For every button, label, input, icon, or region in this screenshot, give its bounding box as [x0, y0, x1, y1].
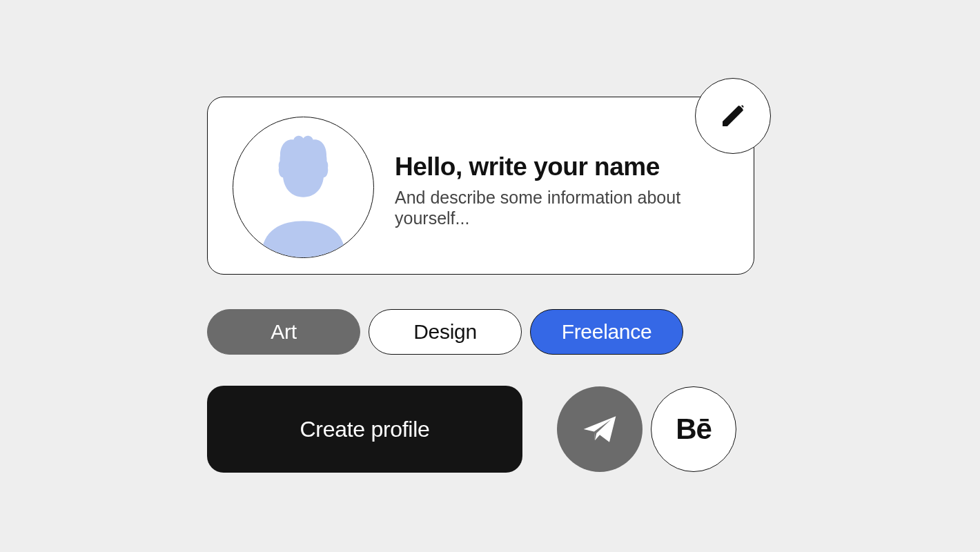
tag-art[interactable]: Art	[207, 309, 360, 355]
edit-button[interactable]	[695, 78, 771, 154]
behance-button[interactable]: Bē	[651, 386, 736, 472]
profile-description-prompt[interactable]: And describe some information about your…	[395, 187, 719, 228]
profile-text: Hello, write your name And describe some…	[395, 117, 729, 228]
profile-card: Hello, write your name And describe some…	[207, 97, 754, 275]
tag-row: Art Design Freelance	[207, 309, 773, 355]
avatar-placeholder[interactable]	[233, 117, 374, 258]
pencil-icon	[719, 102, 747, 130]
avatar-icon	[233, 117, 373, 257]
tag-freelance[interactable]: Freelance	[530, 309, 683, 355]
profile-name-prompt[interactable]: Hello, write your name	[395, 152, 729, 181]
behance-label: Bē	[676, 413, 712, 446]
tag-design[interactable]: Design	[369, 309, 522, 355]
tag-label: Art	[271, 320, 296, 344]
cta-label: Create profile	[300, 417, 430, 442]
tag-label: Design	[413, 320, 477, 344]
tag-label: Freelance	[562, 320, 652, 344]
telegram-button[interactable]	[557, 386, 643, 472]
create-profile-button[interactable]: Create profile	[207, 386, 522, 473]
social-links: Bē	[557, 386, 736, 472]
telegram-icon	[580, 410, 619, 448]
action-row: Create profile Bē	[207, 386, 773, 473]
profile-setup: Hello, write your name And describe some…	[207, 97, 773, 473]
